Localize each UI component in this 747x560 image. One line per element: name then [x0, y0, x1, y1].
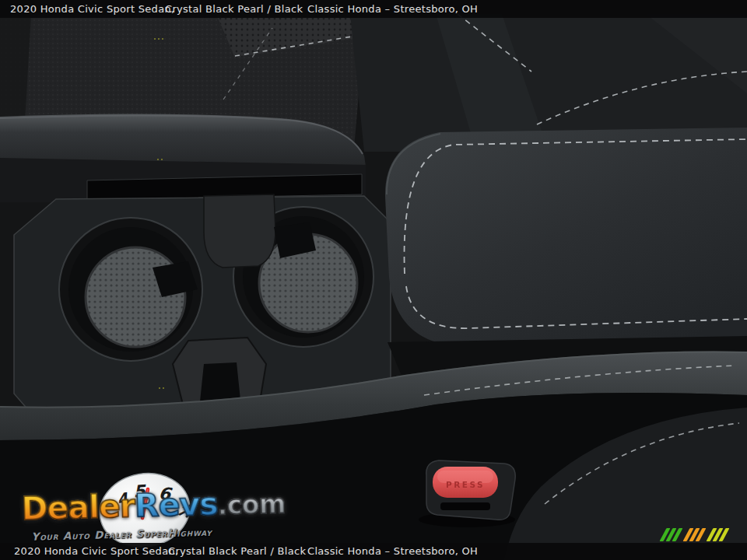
buckle-slot: [440, 502, 490, 510]
seatbelt-press-label: PRESS: [446, 480, 485, 489]
vehicle-title: 2020 Honda Civic Sport Sedan,: [10, 0, 174, 18]
color-spec: Crystal Black Pearl / Black: [165, 0, 303, 18]
logo-revs-text: Revs: [134, 485, 218, 524]
vehicle-photo: PRESS 4 5 6 7 2020 Honda Civic Sport Sed…: [0, 0, 747, 560]
armrest-lid: [385, 128, 747, 346]
top-caption-bar: 2020 Honda Civic Sport Sedan, Crystal Bl…: [0, 0, 747, 18]
dealerrevs-watermark: DealerRevs.com Your Auto Dealer SuperHig…: [18, 487, 268, 555]
logo-dealer-text: Dealer: [21, 487, 135, 527]
car-interior-photo: PRESS 4 5 6 7: [0, 0, 747, 560]
logo-tld-text: .com: [217, 488, 286, 520]
seatbelt-buckle: PRESS: [419, 460, 515, 527]
rev-marks-icon: [663, 528, 728, 541]
cup-divider: [204, 194, 275, 268]
dealerrevs-logo: DealerRevs.com: [21, 486, 286, 525]
watermark-tagline: Your Auto Dealer SuperHighway: [31, 526, 212, 543]
dealer-name: Classic Honda – Streetsboro, OH: [307, 0, 478, 18]
dealer-name: Classic Honda – Streetsboro, OH: [307, 543, 478, 560]
